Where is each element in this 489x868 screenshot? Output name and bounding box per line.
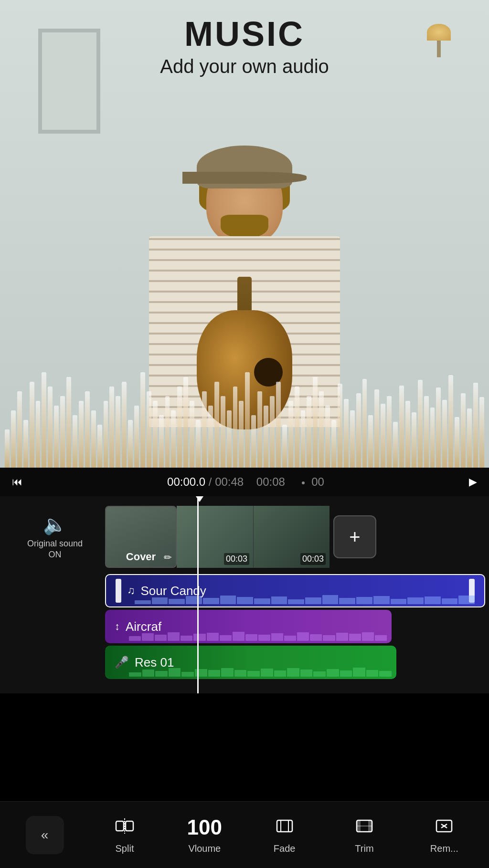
wave-bar: [264, 406, 268, 468]
time-display: 00:00.0 / 00:48 00:08 00: [30, 475, 462, 489]
remove-icon: [434, 816, 455, 839]
plus-icon: +: [349, 526, 360, 548]
wave-bar: [221, 396, 225, 468]
wave-bar: [399, 386, 404, 468]
clip-time-2: 00:03: [300, 553, 326, 565]
wave-bar: [350, 410, 355, 468]
original-sound-label[interactable]: 🔈 Original soundON: [5, 513, 105, 561]
wave-bar: [387, 396, 392, 468]
back-button[interactable]: «: [26, 816, 64, 854]
wave-bar: [455, 417, 459, 468]
volume-label: Vloume: [188, 843, 221, 854]
wave-bar: [430, 408, 435, 468]
wave-bar: [393, 422, 398, 468]
wave-bar: [11, 410, 16, 468]
fade-tool[interactable]: Fade: [266, 816, 304, 854]
wave-bar: [85, 391, 90, 468]
wave-bar: [208, 406, 213, 468]
wave-bar: [30, 382, 34, 468]
remove-tool[interactable]: Rem...: [425, 816, 463, 854]
add-clip-button[interactable]: +: [333, 515, 376, 558]
split-label: Split: [116, 843, 134, 854]
sour-candy-track-row: ♫ Sour Candy: [0, 574, 489, 607]
wave-bar: [424, 396, 429, 468]
volume-tool[interactable]: 100 Vloume: [185, 816, 223, 854]
wave-bar: [479, 397, 484, 468]
wave-bar: [245, 372, 250, 468]
wave-bar: [54, 406, 59, 468]
sound-text: Original soundON: [27, 538, 83, 561]
aircraft-waveform: [129, 631, 387, 641]
end-value: 00: [311, 475, 324, 488]
svg-rect-0: [116, 821, 124, 831]
video-track-row: 🔈 Original soundON Cover ✏ 00:03 00:03: [0, 503, 489, 570]
wave-bar: [239, 401, 244, 468]
wave-bar: [257, 391, 262, 468]
clip-thumb-1[interactable]: 00:03: [177, 506, 253, 568]
wave-bar: [23, 420, 28, 468]
decimal-value: .0: [196, 475, 205, 488]
playhead: [197, 496, 199, 693]
wave-bar: [5, 429, 10, 468]
video-subtitle: Add your own audio: [0, 56, 489, 77]
head: [206, 157, 283, 243]
split-tool[interactable]: Split: [106, 816, 144, 854]
sound-icon: 🔈: [43, 513, 67, 536]
wave-bar: [97, 425, 102, 468]
audio-handle-left[interactable]: [116, 579, 121, 603]
effect-icon: ↕: [115, 620, 120, 633]
wave-bar: [319, 391, 324, 468]
timeline-area: 🔈 Original soundON Cover ✏ 00:03 00:03: [0, 496, 489, 693]
wave-bar: [276, 382, 281, 468]
wave-bar: [159, 415, 164, 468]
wave-bar: [79, 401, 84, 468]
skip-back-button[interactable]: ⏮: [10, 473, 25, 491]
wave-bar: [140, 372, 145, 468]
total-time: 00:48: [215, 475, 244, 488]
bottom-toolbar: « Split 100 Vloume Fade: [0, 801, 489, 868]
wave-bar: [374, 389, 379, 468]
fade-icon: [274, 816, 295, 839]
res01-track[interactable]: 🎤 Res 01: [105, 646, 396, 679]
wave-bar: [448, 375, 453, 468]
cover-clip[interactable]: Cover ✏: [105, 506, 177, 568]
fade-label: Fade: [274, 843, 296, 854]
video-clip-strip: Cover ✏ 00:03 00:03 +: [105, 503, 489, 570]
wave-bar: [362, 379, 367, 468]
wave-bar: [116, 396, 120, 468]
playhead-top: [196, 496, 203, 502]
res01-track-row: 🎤 Res 01: [0, 646, 489, 679]
wave-bar: [331, 420, 336, 468]
wave-bar: [177, 387, 182, 468]
back-chevron-icon: «: [41, 827, 49, 843]
beard: [221, 215, 268, 239]
time-separator: /: [209, 475, 215, 488]
wave-bar: [461, 393, 466, 468]
clip-time-1: 00:03: [224, 553, 249, 565]
cap: [197, 146, 292, 188]
sour-candy-waveform: [135, 595, 475, 604]
wave-bar: [48, 387, 53, 468]
mic-icon: 🎤: [115, 656, 129, 669]
wave-bar: [313, 377, 318, 468]
trim-tool[interactable]: Trim: [345, 816, 383, 854]
sour-candy-track[interactable]: ♫ Sour Candy: [105, 574, 485, 607]
wave-bar: [91, 410, 96, 468]
wave-bar: [17, 391, 22, 468]
play-button[interactable]: ▶: [467, 473, 479, 491]
wave-bar: [418, 380, 423, 468]
clip-thumb-2[interactable]: 00:03: [253, 506, 330, 568]
wave-bar: [405, 401, 410, 468]
wave-bar: [356, 393, 361, 468]
svg-rect-3: [277, 820, 292, 832]
aircraft-track[interactable]: ↕ Aircraf: [105, 610, 392, 643]
aircraft-track-row: ↕ Aircraf: [0, 610, 489, 643]
wave-bar: [344, 399, 349, 468]
current-time: 00:00.0: [167, 475, 209, 488]
wave-bar: [233, 387, 238, 468]
wave-bar: [436, 387, 441, 468]
wave-bar: [288, 401, 293, 468]
wave-bar: [196, 420, 201, 468]
remove-label: Rem...: [430, 843, 458, 854]
transport-bar: ⏮ 00:00.0 / 00:48 00:08 00 ▶: [0, 468, 489, 496]
